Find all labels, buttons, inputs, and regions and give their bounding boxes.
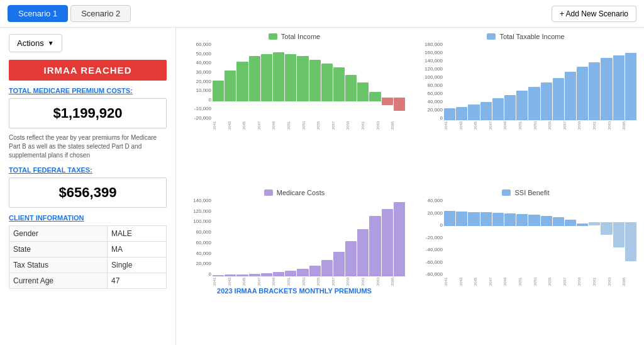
x-axis-label: 2055: [548, 121, 562, 130]
bar-wrapper: [236, 41, 248, 120]
x-axis-label: 2065: [391, 277, 405, 286]
bar-wrapper: [565, 197, 576, 276]
y-axis-label: 20,000: [196, 79, 211, 84]
x-axis-label: 2057: [563, 277, 577, 286]
bar: [553, 78, 564, 120]
bar-wrapper: [333, 41, 345, 120]
y-axis-label: 40,000: [196, 60, 211, 65]
x-axis-label: 2061: [361, 121, 375, 130]
y-axis-label: 140,000: [193, 198, 211, 203]
federal-tax-amount: $656,399: [16, 184, 160, 201]
taxable-income-title: Total Taxable Income: [414, 33, 638, 40]
bar-wrapper: [309, 41, 321, 120]
x-axis-label: 2045: [242, 277, 257, 286]
actions-button[interactable]: Actions ▼: [9, 34, 62, 52]
y-axis-label: -20,000: [194, 115, 211, 121]
x-axis-label: 2059: [577, 277, 592, 286]
y-axis-label: -40,000: [426, 247, 443, 252]
y-axis-label: 180,000: [425, 42, 443, 47]
total-income-bars-area: 2041204320452047204920512053205520572059…: [211, 41, 406, 130]
bar-wrapper: [456, 197, 467, 276]
bar: [309, 266, 321, 276]
add-scenario-button[interactable]: + Add New Scenario: [552, 6, 636, 22]
x-axis-label: 2063: [376, 277, 391, 286]
bar-wrapper: [273, 41, 284, 120]
client-table-row: Tax StatusSingle: [9, 257, 167, 273]
bar: [297, 269, 308, 276]
bar-wrapper: [369, 41, 380, 120]
y-axis-label: 60,000: [196, 42, 211, 47]
charts-area: Total Income 60,00050,00040,00030,00020,…: [176, 28, 644, 345]
client-table-row: StateMA: [9, 242, 167, 257]
ssi-benefit-wrapper: 40,00020,0000-20,000-40,000-60,000-80,00…: [414, 198, 638, 286]
client-info-title: CLIENT INFORMATION: [9, 214, 167, 222]
y-axis-label: 160,000: [425, 50, 443, 55]
x-axis-label: 2049: [272, 277, 286, 286]
client-info-table: GenderMALEStateMATax StatusSingleCurrent…: [9, 225, 167, 289]
medicare-costs-wrapper: 140,000120,000100,00080,00060,00040,0002…: [182, 198, 406, 286]
client-key: Tax Status: [9, 257, 108, 273]
bar: [333, 252, 345, 276]
client-key: Current Age: [9, 273, 108, 289]
bar-wrapper: [625, 197, 636, 276]
bar-wrapper: [297, 41, 308, 120]
dropdown-arrow-icon: ▼: [48, 40, 54, 47]
x-axis-label: 2043: [459, 277, 474, 286]
medicare-costs-y-axis: 140,000120,000100,00080,00060,00040,0002…: [182, 198, 211, 286]
x-axis-label: 2043: [459, 121, 474, 130]
total-income-x-labels: 2041204320452047204920512053205520572059…: [211, 121, 406, 130]
y-axis-label: 60,000: [196, 240, 211, 246]
x-axis-label: 2041: [213, 121, 227, 130]
bar: [468, 105, 479, 120]
y-axis-label: 40,000: [428, 198, 443, 203]
bar: [456, 107, 467, 120]
y-axis-label: 140,000: [425, 58, 443, 64]
bar-wrapper: [492, 197, 504, 276]
x-axis-label: 2063: [608, 121, 622, 130]
x-axis-label: 2063: [608, 277, 622, 286]
x-axis-label: 2061: [592, 121, 607, 130]
y-axis-label: 100,000: [193, 218, 211, 224]
total-income-y-axis: 60,00050,00040,00030,00020,00010,0000-10…: [182, 42, 211, 130]
x-axis-label: 2049: [272, 121, 286, 130]
irmaa-brackets-link[interactable]: 2023 IRMAA BRACKETS MONTHLY PREMIUMS: [182, 286, 406, 296]
x-axis-label: 2063: [376, 121, 391, 130]
actions-label: Actions: [17, 38, 44, 48]
x-axis-label: 2059: [346, 277, 360, 286]
bar-wrapper: [261, 41, 272, 120]
x-axis-label: 2051: [518, 121, 533, 130]
medicare-costs-chart: Medicare Costs 140,000120,000100,00080,0…: [179, 186, 410, 342]
bar-wrapper: [589, 197, 600, 276]
y-axis-label: 100,000: [425, 74, 443, 80]
medicare-cost-box: $1,199,920: [9, 98, 167, 128]
tab-scenario-2[interactable]: Scenario 2: [70, 5, 131, 22]
bar: [369, 216, 380, 276]
y-axis-label: 60,000: [428, 91, 443, 96]
x-axis-label: 2051: [287, 121, 301, 130]
ssi-benefit-legend: [502, 189, 511, 196]
y-axis-label: 40,000: [428, 99, 443, 105]
bar: [589, 62, 600, 120]
x-axis-label: 2045: [242, 121, 257, 130]
taxable-income-chart: Total Taxable Income 180,000160,000140,0…: [410, 30, 641, 186]
ssi-benefit-title: SSI Benefit: [414, 189, 638, 196]
x-axis-label: 2043: [228, 277, 242, 286]
bar-wrapper: [345, 41, 357, 120]
client-key: Gender: [9, 226, 108, 242]
main-content: Actions ▼ IRMAA REACHED TOTAL MEDICARE P…: [0, 28, 644, 345]
federal-taxes-title: TOTAL FEDERAL TAXES:: [9, 166, 167, 174]
federal-tax-box: $656,399: [9, 178, 167, 208]
client-value: MA: [108, 242, 167, 257]
y-axis-label: 40,000: [196, 251, 211, 256]
bar: [492, 98, 504, 120]
medicare-costs-x-labels: 2041204320452047204920512053205520572059…: [211, 277, 406, 286]
y-axis-label: 120,000: [193, 208, 211, 214]
x-axis-label: 2065: [622, 121, 636, 130]
bar: [528, 87, 540, 120]
y-axis-label: 120,000: [425, 66, 443, 72]
client-value: 47: [108, 273, 167, 289]
tab-scenario-1[interactable]: Scenario 1: [8, 5, 68, 22]
y-axis-label: -20,000: [426, 235, 443, 240]
client-table-row: Current Age47: [9, 273, 167, 289]
x-axis-label: 2061: [592, 277, 607, 286]
